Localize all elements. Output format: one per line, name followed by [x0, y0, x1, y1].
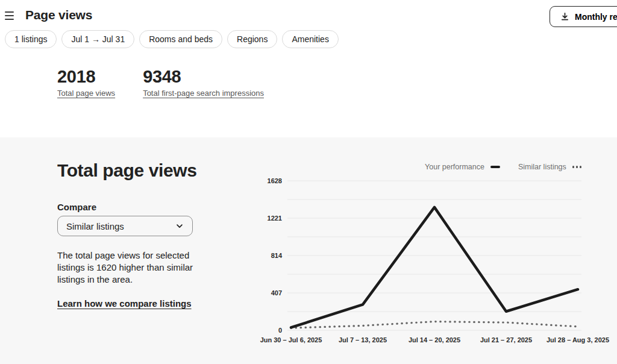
filter-chip[interactable]: Jul 1 → Jul 31 [61, 30, 134, 48]
stat-value: 9348 [143, 67, 264, 87]
filter-chip[interactable]: Rooms and beds [139, 30, 222, 48]
x-axis-label: Jul 28 – Aug 3, 2025 [533, 336, 617, 344]
stat-search-impressions: 9348 Total first-page search impressions [143, 67, 264, 98]
menu-icon[interactable] [5, 11, 14, 20]
page-views-dashboard: Page views Monthly report 1 listingsJul … [0, 0, 617, 364]
compare-dropdown[interactable]: Similar listings [57, 216, 193, 236]
stat-total-page-views: 2018 Total page views [57, 67, 115, 98]
stat-label[interactable]: Total first-page search impressions [143, 89, 264, 98]
y-axis-label: 1221 [246, 214, 282, 222]
compare-dropdown-value: Similar listings [66, 221, 124, 231]
series-line-dotted [291, 322, 578, 328]
section-title: Total page views [57, 160, 196, 181]
y-axis-label: 1628 [246, 177, 282, 185]
filter-chip[interactable]: Amenities [282, 30, 338, 48]
legend-item: Similar listings [518, 163, 581, 171]
learn-more-link[interactable]: Learn how we compare listings [57, 298, 192, 309]
monthly-report-label: Monthly report [575, 12, 617, 22]
solid-line-swatch [490, 166, 500, 168]
series-line-solid [291, 207, 578, 328]
y-axis-label: 0 [246, 326, 282, 334]
comparison-description: The total page views for selected listin… [57, 249, 208, 286]
summary-stats: 2018 Total page views 9348 Total first-p… [57, 67, 264, 98]
chart-legend: Your performanceSimilar listings [425, 163, 581, 171]
line-chart [287, 181, 581, 330]
y-axis-label: 407 [246, 289, 282, 297]
chevron-down-icon [175, 222, 184, 230]
stat-label[interactable]: Total page views [57, 89, 115, 98]
download-icon [560, 12, 569, 21]
filter-chip[interactable]: 1 listings [5, 30, 57, 48]
page-title: Page views [25, 8, 92, 22]
filter-chips: 1 listingsJul 1 → Jul 31Rooms and bedsRe… [5, 30, 339, 48]
dotted-line-swatch [572, 166, 581, 168]
legend-item: Your performance [425, 163, 500, 171]
y-axis-label: 814 [246, 251, 282, 260]
stat-value: 2018 [57, 67, 115, 87]
total-page-views-section: Total page views Compare Similar listing… [0, 137, 617, 364]
monthly-report-button[interactable]: Monthly report [550, 6, 617, 27]
compare-label: Compare [57, 202, 96, 212]
filter-chip[interactable]: Regions [227, 30, 277, 48]
